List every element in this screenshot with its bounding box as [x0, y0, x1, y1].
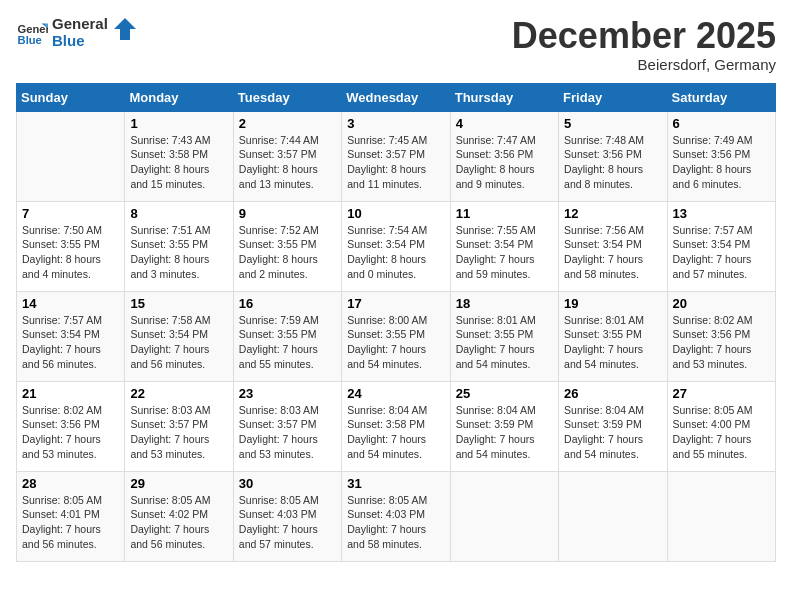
calendar-cell — [450, 471, 558, 561]
day-number: 16 — [239, 296, 336, 311]
calendar-cell: 24Sunrise: 8:04 AM Sunset: 3:58 PM Dayli… — [342, 381, 450, 471]
calendar-cell: 19Sunrise: 8:01 AM Sunset: 3:55 PM Dayli… — [559, 291, 667, 381]
day-info: Sunrise: 7:58 AM Sunset: 3:54 PM Dayligh… — [130, 313, 227, 372]
day-info: Sunrise: 7:49 AM Sunset: 3:56 PM Dayligh… — [673, 133, 770, 192]
day-info: Sunrise: 7:57 AM Sunset: 3:54 PM Dayligh… — [22, 313, 119, 372]
logo-general: General — [52, 16, 108, 33]
logo: General Blue General Blue — [16, 16, 136, 49]
calendar-week-4: 21Sunrise: 8:02 AM Sunset: 3:56 PM Dayli… — [17, 381, 776, 471]
calendar-cell: 1Sunrise: 7:43 AM Sunset: 3:58 PM Daylig… — [125, 111, 233, 201]
logo-chevron-icon — [114, 18, 136, 40]
day-number: 31 — [347, 476, 444, 491]
calendar-cell — [559, 471, 667, 561]
weekday-header-thursday: Thursday — [450, 83, 558, 111]
day-info: Sunrise: 8:05 AM Sunset: 4:03 PM Dayligh… — [239, 493, 336, 552]
calendar-cell: 11Sunrise: 7:55 AM Sunset: 3:54 PM Dayli… — [450, 201, 558, 291]
weekday-header-wednesday: Wednesday — [342, 83, 450, 111]
day-info: Sunrise: 8:02 AM Sunset: 3:56 PM Dayligh… — [673, 313, 770, 372]
day-info: Sunrise: 7:55 AM Sunset: 3:54 PM Dayligh… — [456, 223, 553, 282]
calendar-cell: 4Sunrise: 7:47 AM Sunset: 3:56 PM Daylig… — [450, 111, 558, 201]
page-header: General Blue General Blue December 2025 … — [16, 16, 776, 73]
calendar-week-5: 28Sunrise: 8:05 AM Sunset: 4:01 PM Dayli… — [17, 471, 776, 561]
day-number: 21 — [22, 386, 119, 401]
svg-text:Blue: Blue — [18, 34, 42, 46]
calendar-cell: 23Sunrise: 8:03 AM Sunset: 3:57 PM Dayli… — [233, 381, 341, 471]
weekday-header-friday: Friday — [559, 83, 667, 111]
day-number: 18 — [456, 296, 553, 311]
day-number: 2 — [239, 116, 336, 131]
day-info: Sunrise: 7:57 AM Sunset: 3:54 PM Dayligh… — [673, 223, 770, 282]
calendar-cell: 15Sunrise: 7:58 AM Sunset: 3:54 PM Dayli… — [125, 291, 233, 381]
calendar-cell: 12Sunrise: 7:56 AM Sunset: 3:54 PM Dayli… — [559, 201, 667, 291]
title-section: December 2025 Beiersdorf, Germany — [512, 16, 776, 73]
logo-blue: Blue — [52, 33, 108, 50]
day-info: Sunrise: 8:05 AM Sunset: 4:03 PM Dayligh… — [347, 493, 444, 552]
calendar-cell: 27Sunrise: 8:05 AM Sunset: 4:00 PM Dayli… — [667, 381, 775, 471]
day-info: Sunrise: 8:04 AM Sunset: 3:58 PM Dayligh… — [347, 403, 444, 462]
day-number: 7 — [22, 206, 119, 221]
day-number: 1 — [130, 116, 227, 131]
day-number: 8 — [130, 206, 227, 221]
day-number: 30 — [239, 476, 336, 491]
calendar-cell: 22Sunrise: 8:03 AM Sunset: 3:57 PM Dayli… — [125, 381, 233, 471]
day-info: Sunrise: 7:59 AM Sunset: 3:55 PM Dayligh… — [239, 313, 336, 372]
day-number: 25 — [456, 386, 553, 401]
day-info: Sunrise: 7:54 AM Sunset: 3:54 PM Dayligh… — [347, 223, 444, 282]
calendar-cell: 6Sunrise: 7:49 AM Sunset: 3:56 PM Daylig… — [667, 111, 775, 201]
day-number: 11 — [456, 206, 553, 221]
day-info: Sunrise: 7:44 AM Sunset: 3:57 PM Dayligh… — [239, 133, 336, 192]
calendar-cell — [667, 471, 775, 561]
day-number: 12 — [564, 206, 661, 221]
calendar-cell: 31Sunrise: 8:05 AM Sunset: 4:03 PM Dayli… — [342, 471, 450, 561]
calendar-cell: 8Sunrise: 7:51 AM Sunset: 3:55 PM Daylig… — [125, 201, 233, 291]
calendar-table: SundayMondayTuesdayWednesdayThursdayFrid… — [16, 83, 776, 562]
day-info: Sunrise: 8:01 AM Sunset: 3:55 PM Dayligh… — [564, 313, 661, 372]
calendar-cell: 7Sunrise: 7:50 AM Sunset: 3:55 PM Daylig… — [17, 201, 125, 291]
calendar-cell: 25Sunrise: 8:04 AM Sunset: 3:59 PM Dayli… — [450, 381, 558, 471]
day-info: Sunrise: 8:05 AM Sunset: 4:00 PM Dayligh… — [673, 403, 770, 462]
day-number: 9 — [239, 206, 336, 221]
day-info: Sunrise: 7:45 AM Sunset: 3:57 PM Dayligh… — [347, 133, 444, 192]
day-number: 28 — [22, 476, 119, 491]
day-number: 13 — [673, 206, 770, 221]
day-info: Sunrise: 8:03 AM Sunset: 3:57 PM Dayligh… — [130, 403, 227, 462]
day-number: 10 — [347, 206, 444, 221]
month-title: December 2025 — [512, 16, 776, 56]
day-number: 23 — [239, 386, 336, 401]
day-number: 19 — [564, 296, 661, 311]
svg-marker-4 — [114, 18, 136, 40]
day-info: Sunrise: 7:52 AM Sunset: 3:55 PM Dayligh… — [239, 223, 336, 282]
calendar-cell: 10Sunrise: 7:54 AM Sunset: 3:54 PM Dayli… — [342, 201, 450, 291]
day-info: Sunrise: 8:01 AM Sunset: 3:55 PM Dayligh… — [456, 313, 553, 372]
calendar-cell: 18Sunrise: 8:01 AM Sunset: 3:55 PM Dayli… — [450, 291, 558, 381]
calendar-week-3: 14Sunrise: 7:57 AM Sunset: 3:54 PM Dayli… — [17, 291, 776, 381]
day-info: Sunrise: 7:47 AM Sunset: 3:56 PM Dayligh… — [456, 133, 553, 192]
calendar-cell: 9Sunrise: 7:52 AM Sunset: 3:55 PM Daylig… — [233, 201, 341, 291]
calendar-week-1: 1Sunrise: 7:43 AM Sunset: 3:58 PM Daylig… — [17, 111, 776, 201]
calendar-cell: 21Sunrise: 8:02 AM Sunset: 3:56 PM Dayli… — [17, 381, 125, 471]
calendar-cell: 17Sunrise: 8:00 AM Sunset: 3:55 PM Dayli… — [342, 291, 450, 381]
logo-icon: General Blue — [16, 17, 48, 49]
day-number: 17 — [347, 296, 444, 311]
day-info: Sunrise: 8:02 AM Sunset: 3:56 PM Dayligh… — [22, 403, 119, 462]
weekday-header-monday: Monday — [125, 83, 233, 111]
calendar-week-2: 7Sunrise: 7:50 AM Sunset: 3:55 PM Daylig… — [17, 201, 776, 291]
day-info: Sunrise: 7:50 AM Sunset: 3:55 PM Dayligh… — [22, 223, 119, 282]
calendar-cell: 2Sunrise: 7:44 AM Sunset: 3:57 PM Daylig… — [233, 111, 341, 201]
calendar-cell: 3Sunrise: 7:45 AM Sunset: 3:57 PM Daylig… — [342, 111, 450, 201]
weekday-header-sunday: Sunday — [17, 83, 125, 111]
day-number: 26 — [564, 386, 661, 401]
day-info: Sunrise: 8:04 AM Sunset: 3:59 PM Dayligh… — [564, 403, 661, 462]
day-number: 22 — [130, 386, 227, 401]
calendar-cell: 14Sunrise: 7:57 AM Sunset: 3:54 PM Dayli… — [17, 291, 125, 381]
day-info: Sunrise: 7:48 AM Sunset: 3:56 PM Dayligh… — [564, 133, 661, 192]
calendar-cell: 16Sunrise: 7:59 AM Sunset: 3:55 PM Dayli… — [233, 291, 341, 381]
day-info: Sunrise: 8:00 AM Sunset: 3:55 PM Dayligh… — [347, 313, 444, 372]
weekday-header-saturday: Saturday — [667, 83, 775, 111]
day-info: Sunrise: 8:04 AM Sunset: 3:59 PM Dayligh… — [456, 403, 553, 462]
day-number: 24 — [347, 386, 444, 401]
day-number: 6 — [673, 116, 770, 131]
day-info: Sunrise: 7:56 AM Sunset: 3:54 PM Dayligh… — [564, 223, 661, 282]
day-number: 27 — [673, 386, 770, 401]
day-number: 3 — [347, 116, 444, 131]
